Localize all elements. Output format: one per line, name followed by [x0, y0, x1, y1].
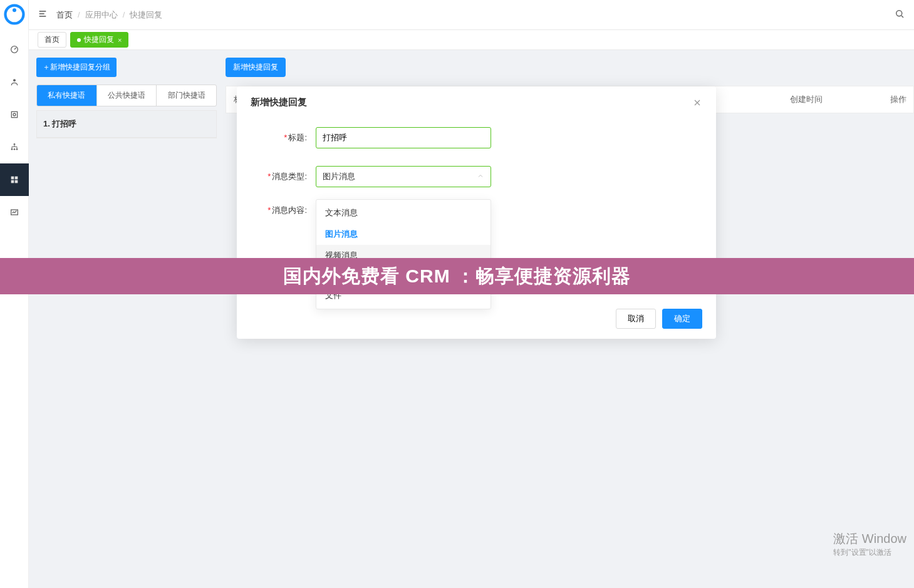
required-mark: *	[267, 205, 271, 215]
label-msgtype-text: 消息类型:	[272, 172, 307, 181]
modal-header: 新增快捷回复	[237, 86, 716, 118]
label-content-text: 消息内容:	[272, 205, 307, 215]
close-icon[interactable]	[692, 98, 702, 108]
label-title-text: 标题:	[288, 133, 307, 142]
new-quick-reply-modal: 新增快捷回复 *标题: *消息类型: 图片消息 *消息内容:	[237, 86, 716, 339]
option-text[interactable]: 文本消息	[316, 202, 491, 224]
msgtype-select[interactable]: 图片消息	[316, 166, 491, 187]
label-msgtype: *消息类型:	[251, 171, 307, 182]
label-content: *消息内容:	[251, 205, 307, 216]
msgtype-value: 图片消息	[323, 171, 355, 182]
label-title: *标题:	[251, 132, 307, 143]
form-row-msgtype: *消息类型: 图片消息	[237, 157, 716, 196]
form-row-title: *标题:	[237, 118, 716, 157]
ok-button[interactable]: 确定	[662, 309, 702, 329]
cancel-button[interactable]: 取消	[616, 309, 656, 329]
chevron-up-icon	[477, 172, 484, 182]
title-input[interactable]	[316, 127, 491, 148]
overlay-banner: 国内外免费看 CRM ：畅享便捷资源利器	[0, 258, 914, 294]
modal-title: 新增快捷回复	[251, 96, 307, 108]
required-mark: *	[284, 133, 287, 142]
option-image[interactable]: 图片消息	[316, 224, 491, 245]
required-mark: *	[267, 172, 271, 181]
